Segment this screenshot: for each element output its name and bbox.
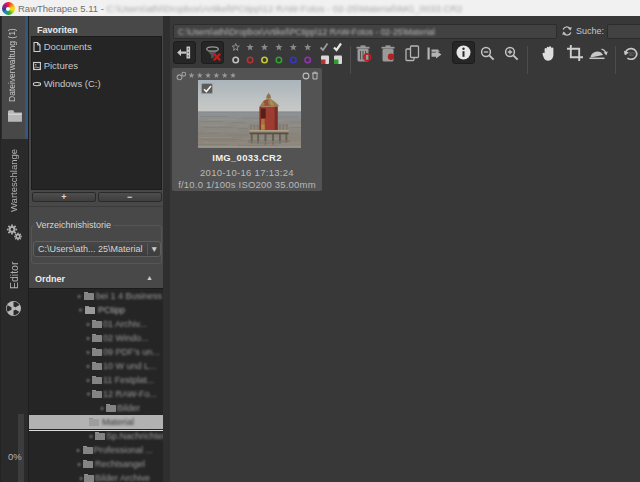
svg-text:90°: 90° [629,52,636,57]
